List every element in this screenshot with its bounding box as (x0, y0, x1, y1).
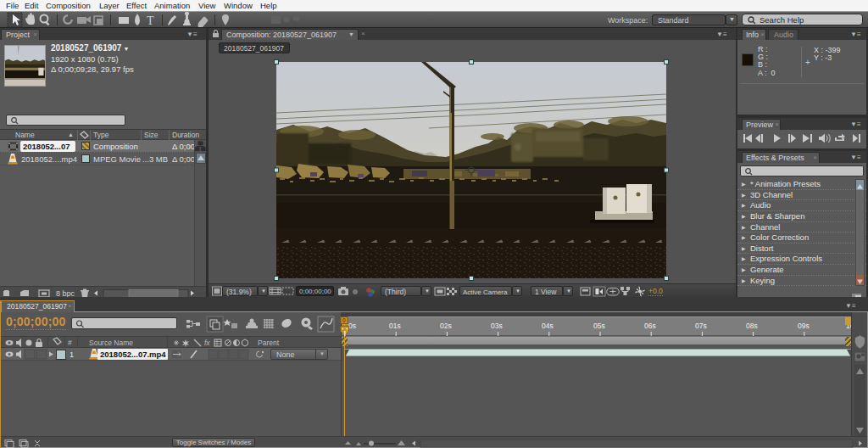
svg-text:01s: 01s (389, 322, 401, 330)
svg-text:05s: 05s (593, 322, 605, 330)
svg-text:08s: 08s (746, 322, 758, 330)
svg-text:04s: 04s (542, 322, 554, 330)
svg-text:07s: 07s (695, 322, 707, 330)
svg-text:02s: 02s (440, 322, 452, 330)
svg-text:T: T (147, 14, 154, 27)
svg-text:fx: fx (204, 339, 210, 347)
svg-text:06s: 06s (644, 322, 656, 330)
svg-text:03s: 03s (491, 322, 503, 330)
svg-text:1: 1 (70, 350, 74, 359)
svg-text:09s: 09s (798, 322, 810, 330)
svg-text:Parent: Parent (258, 339, 280, 347)
svg-text:#: # (68, 339, 72, 347)
svg-text:Source Name: Source Name (89, 339, 133, 347)
svg-text:0: 0 (342, 317, 346, 323)
